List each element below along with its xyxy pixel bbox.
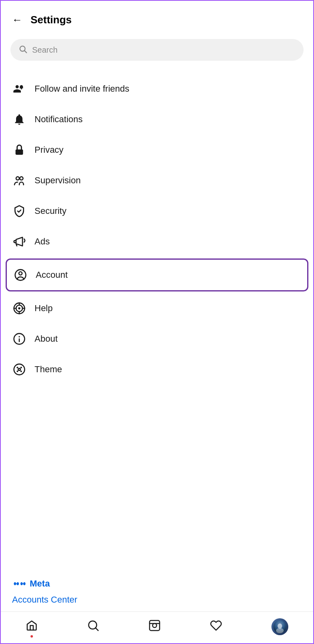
menu-item-notifications[interactable]: Notifications xyxy=(1,104,313,135)
menu-item-label-follow: Follow and invite friends xyxy=(35,84,129,94)
svg-point-20 xyxy=(16,371,18,372)
header: ← Settings xyxy=(1,1,313,34)
search-placeholder: Search xyxy=(32,45,57,55)
menu-item-label-ads: Ads xyxy=(35,236,50,247)
menu-item-label-account: Account xyxy=(36,270,68,280)
menu-item-ads[interactable]: Ads xyxy=(1,226,313,257)
home-nav-dot xyxy=(31,635,33,638)
lock-icon xyxy=(12,144,27,156)
nav-item-profile[interactable] xyxy=(271,618,288,635)
bottom-nav xyxy=(1,611,313,643)
svg-rect-2 xyxy=(16,150,23,155)
svg-line-1 xyxy=(24,51,27,53)
menu-item-label-notifications: Notifications xyxy=(35,114,83,125)
account-circle-icon xyxy=(13,269,28,281)
back-button[interactable]: ← xyxy=(10,12,24,28)
ads-icon xyxy=(12,235,27,248)
page-title: Settings xyxy=(31,14,72,26)
bell-icon xyxy=(12,113,27,126)
svg-point-4 xyxy=(20,177,23,180)
svg-point-9 xyxy=(18,307,20,309)
accounts-center-link[interactable]: Accounts Center xyxy=(12,593,302,607)
menu-list: Follow and invite friends Notifications … xyxy=(1,70,313,570)
menu-item-security[interactable]: Security xyxy=(1,196,313,226)
svg-point-22 xyxy=(18,368,20,370)
menu-item-supervision[interactable]: Supervision xyxy=(1,165,313,196)
svg-rect-25 xyxy=(149,620,159,630)
add-person-icon xyxy=(12,82,27,95)
menu-item-help[interactable]: Help xyxy=(1,293,313,324)
menu-item-label-about: About xyxy=(35,334,58,344)
menu-item-theme[interactable]: Theme xyxy=(1,354,313,385)
menu-item-label-security: Security xyxy=(35,206,66,216)
svg-line-24 xyxy=(95,628,98,630)
profile-avatar xyxy=(271,618,288,635)
meta-label: Meta xyxy=(30,578,50,589)
search-bar[interactable]: Search xyxy=(10,39,304,61)
menu-item-account[interactable]: Account xyxy=(6,258,308,291)
menu-item-label-theme: Theme xyxy=(35,364,62,375)
nav-item-likes[interactable] xyxy=(210,619,222,634)
nav-item-reels[interactable] xyxy=(149,619,161,634)
meta-section: Meta Accounts Center xyxy=(1,570,313,611)
meta-infinity-icon xyxy=(12,579,27,588)
user-avatar xyxy=(271,618,288,635)
svg-point-6 xyxy=(19,272,22,275)
svg-point-18 xyxy=(16,367,18,368)
menu-item-follow[interactable]: Follow and invite friends xyxy=(1,74,313,104)
menu-item-about[interactable]: About xyxy=(1,324,313,354)
nav-item-search[interactable] xyxy=(87,619,99,634)
menu-item-label-privacy: Privacy xyxy=(35,145,63,155)
svg-point-3 xyxy=(16,177,19,180)
svg-point-29 xyxy=(278,623,282,629)
search-container: Search xyxy=(1,34,313,70)
svg-point-21 xyxy=(20,371,22,372)
theme-icon xyxy=(12,363,27,376)
help-icon xyxy=(12,302,27,315)
meta-logo: Meta xyxy=(12,578,302,589)
shield-check-icon xyxy=(12,205,27,217)
heart-icon xyxy=(210,619,222,634)
svg-point-19 xyxy=(20,367,22,368)
menu-item-label-help: Help xyxy=(35,303,53,314)
home-icon xyxy=(26,619,38,634)
svg-point-26 xyxy=(153,623,157,628)
svg-point-30 xyxy=(276,628,284,633)
menu-item-privacy[interactable]: Privacy xyxy=(1,135,313,165)
search-icon xyxy=(18,45,27,55)
supervision-icon xyxy=(12,174,27,187)
svg-point-17 xyxy=(14,364,25,375)
info-icon xyxy=(12,332,27,345)
nav-item-home[interactable] xyxy=(26,619,38,634)
menu-item-label-supervision: Supervision xyxy=(35,175,81,186)
search-nav-icon xyxy=(87,619,99,634)
reels-icon xyxy=(149,619,161,634)
